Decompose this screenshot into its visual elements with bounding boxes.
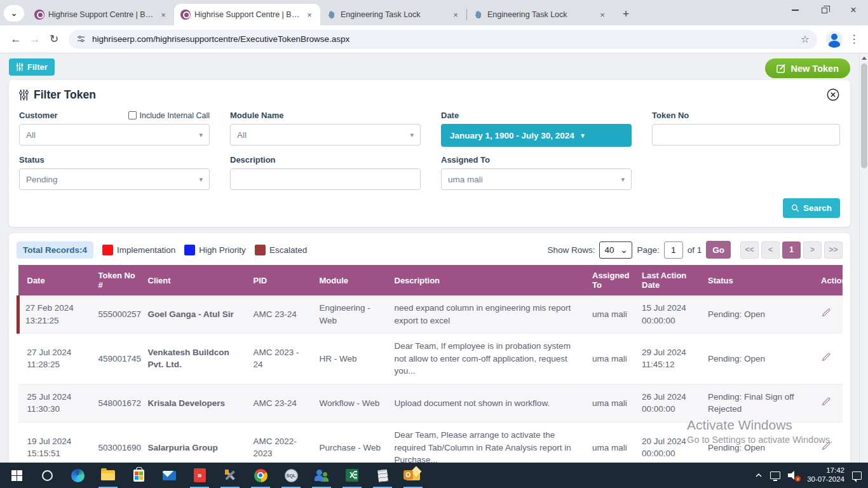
new-token-button[interactable]: New Token — [765, 58, 850, 78]
taskbar-excel-button[interactable]: X — [337, 463, 367, 488]
tab-close-icon[interactable]: × — [597, 9, 608, 20]
col-description[interactable]: Description — [390, 265, 588, 295]
edit-pencil-icon[interactable] — [821, 307, 832, 318]
page-1-button[interactable]: 1 — [782, 241, 801, 259]
scroll-up-arrow[interactable] — [860, 53, 868, 62]
tab-search-chevron-icon[interactable]: ⌄ — [4, 5, 24, 22]
go-button[interactable]: Go — [706, 241, 731, 259]
taskbar-store-button[interactable] — [123, 463, 154, 488]
filter-button[interactable]: Filter — [9, 58, 55, 76]
field-assigned-to: Assigned To uma mali ▾ — [441, 155, 632, 190]
taskbar-mail-button[interactable] — [154, 463, 184, 488]
module-select[interactable]: All ▾ — [230, 124, 421, 146]
chevron-down-icon: ▾ — [199, 131, 203, 139]
assigned-to-select[interactable]: uma mali ▾ — [441, 168, 632, 190]
close-panel-icon[interactable] — [826, 88, 840, 102]
cell-assigned: uma mali — [587, 384, 637, 422]
sliders-icon — [16, 63, 24, 71]
prev-page-button[interactable]: < — [761, 241, 780, 259]
taskbar-clock[interactable]: 17:42 30-07-2024 — [807, 466, 844, 484]
col-action[interactable]: Action — [816, 265, 843, 295]
next-page-button[interactable]: > — [803, 241, 822, 259]
edit-pencil-icon[interactable] — [821, 396, 832, 407]
assigned-to-select-value: uma mali — [448, 175, 483, 184]
taskbar-outlook-button[interactable] — [398, 463, 428, 488]
tab-title: Engineering Task Lock — [487, 10, 593, 19]
back-button[interactable]: ← — [6, 30, 25, 49]
page-number-input[interactable] — [664, 241, 683, 259]
url-text[interactable]: highriseerp.com/highrisesupportcentre/Ex… — [92, 34, 801, 44]
col-client[interactable]: Client — [143, 265, 248, 295]
taskbar-erp-app-button[interactable]: » — [184, 463, 215, 488]
highrise-favicon — [180, 10, 191, 20]
edit-pencil-icon[interactable] — [821, 351, 832, 362]
address-bar[interactable]: highriseerp.com/highrisesupportcentre/Ex… — [69, 30, 817, 49]
status-select[interactable]: Pending ▾ — [19, 168, 210, 190]
col-assigned-to[interactable]: Assigned To — [587, 265, 637, 295]
tab-close-icon[interactable]: × — [304, 9, 315, 20]
reload-button[interactable]: ↻ — [44, 30, 64, 49]
network-icon[interactable] — [770, 471, 780, 479]
first-page-button[interactable]: << — [740, 241, 759, 259]
col-last-action-date[interactable]: Last Action Date — [637, 265, 703, 295]
cell-action — [816, 334, 843, 384]
taskbar-sql-button[interactable]: SQL — [276, 463, 306, 488]
cell-assigned: uma mali — [587, 422, 637, 463]
show-rows-select[interactable]: 40 ⌄ — [599, 241, 632, 259]
last-page-button[interactable]: >> — [824, 241, 843, 259]
chevron-down-icon: ▾ — [621, 175, 625, 184]
include-internal-call-checkbox[interactable] — [128, 111, 137, 119]
token-link[interactable]: 503001690 — [93, 422, 143, 463]
taskbar-file-explorer-button[interactable] — [93, 463, 123, 488]
page-scrollbar[interactable] — [859, 53, 868, 463]
token-link[interactable]: 555000257 — [93, 295, 143, 334]
show-rows-label: Show Rows: — [547, 245, 595, 255]
action-center-icon[interactable] — [852, 471, 862, 480]
start-button[interactable] — [1, 463, 32, 488]
browser-tab-3[interactable]: Engineering Task Lock × — [320, 4, 466, 25]
taskbar-chrome-button[interactable] — [245, 463, 276, 488]
bookmark-star-icon[interactable]: ☆ — [801, 33, 810, 45]
token-link[interactable]: 459001745 — [93, 334, 143, 384]
edit-pencil-icon[interactable] — [821, 440, 832, 451]
token-no-input[interactable] — [652, 124, 840, 146]
browser-tab-2-active[interactable]: Highrise Support Centre | Brow × — [174, 4, 320, 25]
search-button[interactable]: Search — [783, 198, 840, 218]
browser-menu-icon[interactable]: ⋮ — [846, 32, 862, 46]
browser-tab-4[interactable]: Engineering Task Lock × — [467, 4, 613, 25]
col-token-no[interactable]: Token No # — [93, 265, 143, 295]
include-internal-call-label: Include Internal Call — [140, 111, 210, 120]
site-settings-icon[interactable] — [76, 34, 86, 44]
volume-muted-icon[interactable]: x — [788, 471, 799, 480]
taskbar-people-app-button[interactable] — [306, 463, 337, 488]
restore-button[interactable] — [810, 0, 839, 20]
taskbar-devtools-button[interactable] — [215, 463, 245, 488]
minimize-button[interactable] — [780, 0, 810, 20]
cell-assigned: uma mali — [587, 334, 637, 384]
taskbar-notepad-button[interactable] — [367, 463, 398, 488]
chevron-down-icon: ▾ — [199, 175, 203, 184]
col-module[interactable]: Module — [315, 265, 390, 295]
taskbar-edge-button[interactable] — [62, 463, 93, 488]
tab-close-icon[interactable]: × — [158, 9, 169, 20]
date-range-button[interactable]: January 1, 1900 - July 30, 2024 ▼ — [441, 124, 632, 147]
col-date[interactable]: Date — [18, 265, 93, 295]
scrollbar-thumb[interactable] — [861, 64, 867, 168]
new-tab-button[interactable]: + — [617, 5, 635, 23]
description-input[interactable] — [230, 168, 421, 190]
col-pid[interactable]: PID — [248, 265, 315, 295]
close-button[interactable]: × — [839, 0, 868, 20]
browser-tab-1[interactable]: Highrise Support Centre | Brows × — [28, 4, 174, 25]
profile-avatar[interactable] — [826, 31, 843, 48]
taskbar-cortana-button[interactable] — [32, 463, 62, 488]
col-status[interactable]: Status — [703, 265, 816, 295]
include-internal-call[interactable]: Include Internal Call — [128, 111, 210, 120]
token-link[interactable]: 548001672 — [93, 384, 143, 422]
cell-assigned: uma mali — [587, 295, 637, 334]
page-content: Filter New Token Filter Token — [0, 53, 859, 463]
cell-description: Dear Team, If employee is in probation s… — [390, 334, 588, 384]
tray-expand-icon[interactable] — [755, 471, 763, 479]
customer-select[interactable]: All ▾ — [19, 124, 210, 146]
outlook-icon — [406, 471, 420, 480]
tab-close-icon[interactable]: × — [450, 9, 461, 20]
